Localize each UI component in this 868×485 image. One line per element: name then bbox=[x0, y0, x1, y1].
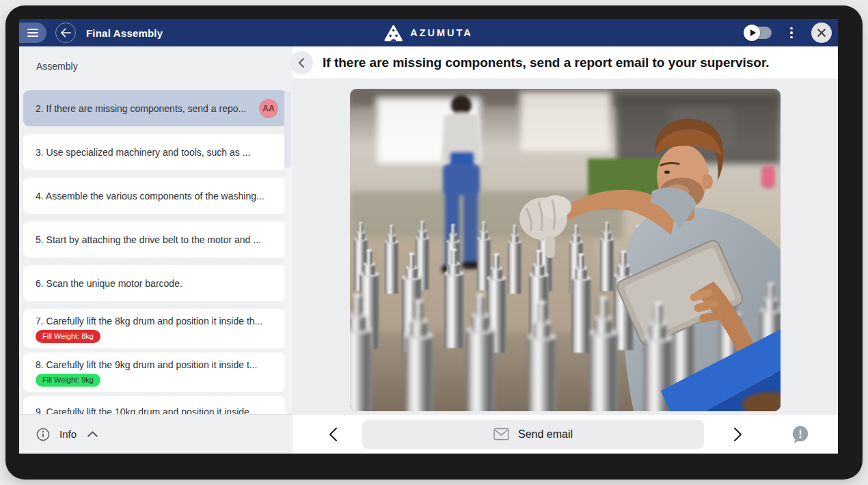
factory-photo-illustration bbox=[350, 89, 781, 411]
step-header: If there are missing components, send a … bbox=[293, 46, 838, 79]
close-button[interactable] bbox=[811, 23, 832, 43]
step-list-item[interactable]: 9. Carefully lift the 10kg drum and posi… bbox=[23, 396, 287, 414]
brand-name: AZUMUTA bbox=[410, 27, 473, 38]
arrow-left-icon bbox=[60, 28, 72, 38]
step-content bbox=[293, 79, 838, 414]
step-label: 7. Carefully lift the 8kg drum and posit… bbox=[36, 316, 278, 327]
send-email-button[interactable]: Send email bbox=[362, 420, 704, 449]
sidebar-scrollbar bbox=[284, 92, 291, 411]
step-badge: Fill Weight: 9kg bbox=[36, 374, 100, 387]
info-icon bbox=[36, 428, 50, 441]
step-label: 8. Carefully lift the 9kg drum and posit… bbox=[36, 359, 278, 370]
sidebar-scrollbar-thumb[interactable] bbox=[284, 92, 291, 168]
step-label: 4. Assemble the various components of th… bbox=[36, 191, 278, 202]
hamburger-menu-button[interactable] bbox=[19, 23, 46, 43]
collapse-sidebar-button[interactable] bbox=[290, 51, 313, 74]
report-issue-button[interactable] bbox=[790, 424, 811, 445]
sidebar-section-title: Assembly bbox=[19, 46, 293, 72]
step-list-item[interactable]: 3. Use specialized machinery and tools, … bbox=[23, 134, 287, 170]
chevron-up-icon bbox=[87, 430, 98, 438]
steps-sidebar: Assembly 2. If there are missing compone… bbox=[19, 46, 293, 454]
next-step-button[interactable] bbox=[729, 426, 746, 443]
info-footer-button[interactable]: Info bbox=[19, 414, 293, 454]
step-list: 2. If there are missing components, send… bbox=[19, 90, 293, 414]
kebab-menu-button[interactable] bbox=[787, 25, 796, 42]
close-icon bbox=[817, 28, 826, 38]
chevron-right-icon bbox=[733, 427, 742, 442]
step-list-item[interactable]: 5. Start by attaching the drive belt to … bbox=[23, 221, 287, 258]
step-list-item[interactable]: 6. Scan the unique motor barcode. bbox=[23, 265, 287, 301]
send-email-label: Send email bbox=[518, 428, 573, 441]
envelope-icon bbox=[493, 428, 509, 441]
play-icon bbox=[744, 25, 760, 41]
step-label: 2. If there are missing components, send… bbox=[36, 103, 252, 114]
info-label: Info bbox=[59, 428, 77, 440]
step-list-item[interactable]: 8. Carefully lift the 9kg drum and posit… bbox=[23, 352, 287, 392]
topbar: Final Assembly AZUMUTA bbox=[19, 19, 838, 46]
chevron-left-icon bbox=[298, 57, 305, 68]
assignee-avatar: AA bbox=[259, 99, 278, 118]
step-action-bar: Send email bbox=[293, 414, 838, 454]
previous-step-button[interactable] bbox=[324, 426, 342, 443]
alert-bubble-icon bbox=[790, 424, 811, 445]
step-label: 5. Start by attaching the drive belt to … bbox=[36, 234, 278, 245]
step-photo[interactable] bbox=[350, 89, 781, 411]
brand-logo: AZUMUTA bbox=[384, 19, 473, 46]
step-title: If there are missing components, send a … bbox=[323, 55, 770, 70]
step-label: 3. Use specialized machinery and tools, … bbox=[36, 147, 278, 158]
topbar-actions bbox=[746, 23, 838, 43]
step-list-item[interactable]: 2. If there are missing components, send… bbox=[23, 90, 287, 126]
step-list-item[interactable]: 4. Assemble the various components of th… bbox=[23, 178, 287, 214]
autoplay-toggle[interactable] bbox=[746, 27, 772, 39]
step-label: 9. Carefully lift the 10kg drum and posi… bbox=[36, 406, 278, 414]
workflow-title: Final Assembly bbox=[86, 27, 163, 39]
hamburger-icon bbox=[27, 29, 38, 30]
step-detail-panel: If there are missing components, send a … bbox=[293, 46, 838, 454]
back-button[interactable] bbox=[55, 23, 76, 43]
step-badge: Fill Weight: 8kg bbox=[36, 330, 100, 343]
chevron-left-icon bbox=[329, 427, 338, 442]
step-list-item[interactable]: 7. Carefully lift the 8kg drum and posit… bbox=[23, 309, 287, 348]
app-window: Final Assembly AZUMUTA bbox=[19, 19, 838, 454]
azumuta-logo-icon bbox=[384, 25, 403, 42]
page: Final Assembly AZUMUTA bbox=[0, 0, 868, 485]
step-label: 6. Scan the unique motor barcode. bbox=[36, 278, 278, 289]
